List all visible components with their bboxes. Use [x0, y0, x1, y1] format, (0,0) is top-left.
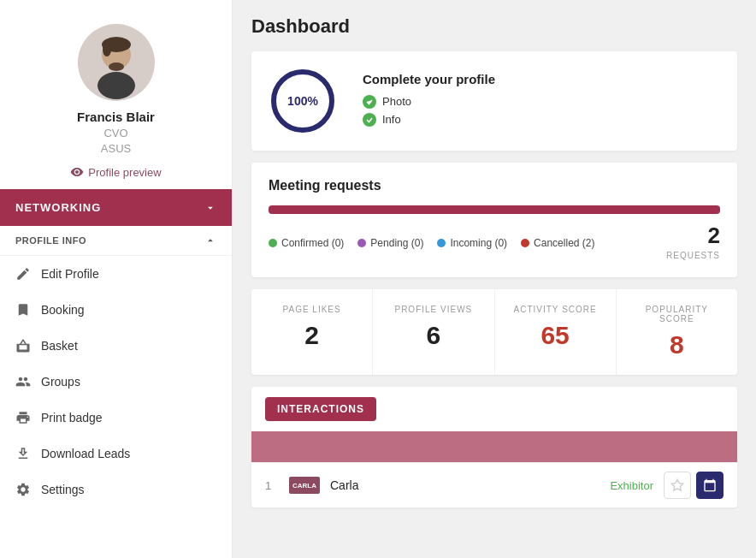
nav-item-label: Basket	[41, 339, 78, 353]
interaction-row: 1 CARLA Carla Exhibitor	[251, 462, 737, 508]
nav-item-download-leads[interactable]: Download Leads	[0, 436, 232, 472]
print-icon	[15, 410, 31, 425]
avatar-section: Francis Blair CVO ASUS Profile preview	[0, 0, 232, 189]
download-icon	[15, 446, 31, 461]
chevron-up-icon	[204, 234, 216, 246]
nav-item-edit-profile[interactable]: Edit Profile	[0, 256, 232, 292]
profile-info-label: PROFILE INFO	[15, 235, 86, 246]
meeting-legend: Confirmed (0) Pending (0) Incoming (0) C…	[269, 237, 594, 249]
stat-page-likes: PAGE LIKES 2	[251, 289, 373, 375]
completion-photo-label: Photo	[382, 95, 411, 108]
meeting-count: 2 REQUESTS	[666, 224, 720, 262]
stat-activity-score-value: 65	[512, 321, 599, 350]
stat-popularity-score-label: POPULARITY SCORE	[634, 305, 720, 324]
profile-preview-label: Profile preview	[88, 166, 161, 179]
completion-item-photo: Photo	[363, 95, 495, 109]
profile-completion-card: 100% Complete your profile Photo Info	[251, 51, 737, 151]
svg-point-5	[109, 62, 124, 71]
dot-incoming	[437, 239, 446, 247]
stat-popularity-score: POPULARITY SCORE 8	[617, 289, 737, 375]
interaction-logo: CARLA	[289, 477, 320, 494]
interactions-header: INTERACTIONS	[251, 387, 737, 431]
legend-pending: Pending (0)	[357, 237, 423, 249]
nav-item-print-badge[interactable]: Print badge	[0, 400, 232, 436]
meeting-requests-title: Meeting requests	[269, 178, 720, 193]
svg-marker-8	[671, 479, 682, 490]
interactions-card: INTERACTIONS 1 CARLA Carla Exhibitor	[251, 387, 737, 508]
page-title: Dashboard	[251, 15, 737, 38]
people-icon	[15, 374, 31, 389]
meeting-bar	[269, 205, 720, 214]
dot-confirmed	[269, 239, 277, 247]
svg-point-1	[97, 72, 135, 99]
stat-page-likes-value: 2	[269, 321, 355, 350]
nav-profile-info: PROFILE INFO	[0, 226, 232, 256]
progress-circle: 100%	[269, 67, 337, 135]
stat-profile-views-value: 6	[390, 321, 476, 350]
star-button[interactable]	[664, 472, 691, 499]
stat-activity-score: ACTIVITY SCORE 65	[495, 289, 617, 375]
avatar	[78, 24, 155, 101]
star-icon	[670, 478, 684, 492]
nav-networking[interactable]: NETWORKING	[0, 189, 232, 226]
sidebar: Francis Blair CVO ASUS Profile preview N…	[0, 0, 233, 558]
nav-item-label: Settings	[41, 483, 85, 496]
nav-section: NETWORKING PROFILE INFO Edit Profile	[0, 189, 232, 508]
stat-profile-views-label: PROFILE VIEWS	[390, 305, 476, 314]
nav-item-booking[interactable]: Booking	[0, 292, 232, 328]
stat-activity-score-label: ACTIVITY SCORE	[512, 305, 599, 314]
pencil-icon	[15, 266, 31, 282]
profile-preview-link[interactable]: Profile preview	[70, 165, 161, 179]
meeting-total: 2	[666, 224, 720, 246]
dot-pending	[357, 239, 366, 247]
calendar-button[interactable]	[696, 472, 724, 499]
nav-item-label: Booking	[41, 303, 85, 317]
user-title: CVO ASUS	[101, 126, 131, 157]
nav-item-label: Print badge	[41, 411, 103, 424]
calendar-icon	[703, 478, 717, 492]
stat-profile-views: PROFILE VIEWS 6	[373, 289, 494, 375]
interaction-num: 1	[265, 479, 279, 492]
interaction-role: Exhibitor	[610, 479, 653, 492]
nav-items: Edit Profile Booking Basket	[0, 256, 232, 508]
meeting-requests-label: REQUESTS	[666, 251, 720, 260]
nav-item-label: Groups	[41, 375, 80, 389]
user-name: Francis Blair	[77, 110, 155, 124]
networking-label: NETWORKING	[15, 201, 101, 214]
completion-item-info: Info	[363, 113, 495, 127]
meeting-requests-card: Meeting requests Confirmed (0) Pending (…	[251, 163, 737, 277]
nav-item-label: Download Leads	[41, 447, 130, 460]
meeting-stats: Confirmed (0) Pending (0) Incoming (0) C…	[269, 224, 720, 262]
interactions-button[interactable]: INTERACTIONS	[265, 397, 376, 421]
check-icon-info	[363, 113, 376, 127]
legend-cancelled: Cancelled (2)	[521, 237, 594, 249]
stats-card: PAGE LIKES 2 PROFILE VIEWS 6 ACTIVITY SC…	[251, 289, 737, 375]
check-icon-photo	[363, 95, 376, 109]
nav-item-settings[interactable]: Settings	[0, 472, 232, 508]
main-content: Dashboard 100% Complete your profile Pho…	[233, 0, 756, 558]
cart-icon	[15, 338, 31, 353]
chevron-down-icon	[204, 202, 216, 214]
stat-popularity-score-value: 8	[634, 330, 720, 359]
interaction-name: Carla	[330, 478, 599, 492]
completion-info-label: Info	[382, 113, 401, 126]
dot-cancelled	[521, 239, 529, 247]
bookmark-icon	[15, 302, 31, 318]
svg-point-4	[103, 43, 111, 56]
nav-item-groups[interactable]: Groups	[0, 364, 232, 400]
nav-item-label: Edit Profile	[41, 267, 99, 281]
gear-icon	[15, 482, 31, 497]
completion-details: Complete your profile Photo Info	[363, 72, 495, 131]
eye-icon	[70, 165, 84, 179]
nav-item-basket[interactable]: Basket	[0, 328, 232, 364]
legend-incoming: Incoming (0)	[437, 237, 507, 249]
legend-confirmed: Confirmed (0)	[269, 237, 344, 249]
stat-page-likes-label: PAGE LIKES	[269, 305, 355, 314]
completion-heading: Complete your profile	[363, 72, 495, 86]
interactions-bar	[251, 431, 737, 462]
progress-label: 100%	[287, 94, 318, 108]
interaction-actions	[664, 472, 724, 499]
